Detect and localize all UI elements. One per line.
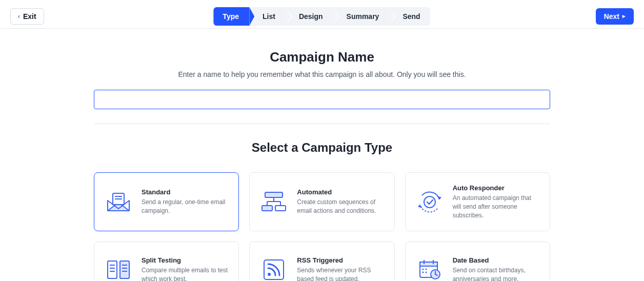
chevron-left-icon: ‹ (18, 13, 20, 20)
campaign-type-grid: Standard Send a regular, one-time email … (94, 172, 550, 281)
rss-icon (260, 256, 288, 281)
workflow-icon (260, 188, 288, 216)
svg-point-24 (268, 273, 271, 276)
exit-label: Exit (23, 12, 36, 21)
cycle-check-icon (416, 188, 444, 216)
type-card-title: Date Based (453, 256, 539, 264)
campaign-name-subheading: Enter a name to help you remember what t… (94, 70, 550, 78)
svg-rect-26 (420, 262, 437, 266)
type-card-desc: An automated campaign that will send aft… (453, 194, 539, 219)
type-card-automated[interactable]: Automated Create custom sequences of ema… (249, 172, 394, 231)
next-label: Next (604, 12, 619, 21)
svg-point-14 (424, 196, 435, 208)
svg-marker-12 (437, 196, 441, 199)
step-summary[interactable]: Summary (333, 7, 390, 26)
main-content: Campaign Name Enter a name to help you r… (89, 49, 555, 281)
section-divider (94, 124, 550, 124)
svg-marker-13 (418, 205, 422, 208)
campaign-name-heading: Campaign Name (94, 49, 550, 65)
svg-rect-11 (275, 206, 286, 211)
svg-rect-5 (265, 192, 283, 197)
type-card-title: RSS Triggered (297, 256, 384, 264)
exit-button[interactable]: ‹ Exit (10, 8, 44, 25)
type-card-desc: Create custom sequences of email actions… (297, 198, 384, 215)
chevron-right-icon: ▸ (622, 13, 626, 19)
wizard-stepper: Type List Design Summary Send (213, 7, 430, 26)
type-card-date-based[interactable]: Date Based Send on contact birthdays, an… (405, 242, 550, 281)
topbar: ‹ Exit Type List Design Summary Send Nex… (0, 0, 644, 29)
svg-rect-10 (262, 206, 272, 211)
split-test-icon (105, 256, 132, 281)
type-card-title: Auto Responder (453, 184, 539, 192)
type-card-title: Automated (297, 188, 384, 196)
type-card-rss-triggered[interactable]: RSS Triggered Sends whenever your RSS ba… (249, 242, 394, 281)
type-card-desc: Send a regular, one-time email campaign. (142, 198, 228, 215)
svg-rect-23 (264, 260, 284, 279)
calendar-clock-icon (416, 256, 444, 281)
type-card-split-testing[interactable]: Split Testing Compare multiple emails to… (94, 242, 239, 281)
type-card-desc: Send on contact birthdays, anniversaries… (453, 266, 539, 281)
next-button[interactable]: Next ▸ (596, 8, 634, 25)
type-card-title: Standard (142, 188, 228, 196)
step-type[interactable]: Type (213, 7, 249, 26)
svg-rect-16 (120, 261, 129, 278)
step-design[interactable]: Design (286, 7, 333, 26)
type-card-title: Split Testing (142, 256, 228, 264)
svg-rect-15 (108, 261, 117, 278)
envelope-icon (105, 188, 132, 216)
type-card-auto-responder[interactable]: Auto Responder An automated campaign tha… (405, 172, 550, 231)
type-card-desc: Sends whenever your RSS based feed is up… (297, 266, 384, 281)
type-card-desc: Compare multiple emails to test which wo… (142, 266, 228, 281)
step-send[interactable]: Send (389, 7, 430, 26)
type-card-standard[interactable]: Standard Send a regular, one-time email … (94, 172, 239, 231)
campaign-name-input[interactable] (94, 90, 550, 109)
campaign-type-heading: Select a Campaign Type (94, 140, 550, 155)
